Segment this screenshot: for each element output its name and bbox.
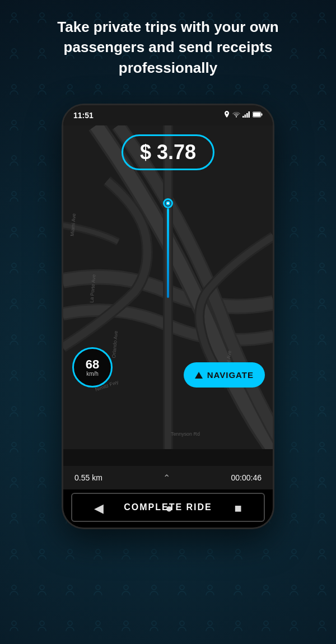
svg-point-84 — [12, 263, 16, 268]
svg-point-108 — [12, 335, 16, 339]
bg-person-icon — [308, 322, 336, 358]
bg-person-icon — [280, 608, 308, 644]
svg-point-49 — [40, 156, 44, 160]
svg-point-96 — [12, 299, 16, 304]
complete-ride-button[interactable]: COMPLETE RIDE — [71, 493, 265, 522]
bg-person-icon — [224, 572, 252, 608]
svg-point-131 — [320, 371, 324, 375]
bg-person-icon — [0, 250, 28, 286]
svg-point-25 — [40, 85, 44, 89]
svg-point-47 — [320, 120, 324, 125]
route-line — [167, 208, 169, 298]
bg-person-icon — [224, 608, 252, 644]
svg-point-184 — [124, 549, 128, 554]
svg-point-60 — [12, 192, 16, 196]
bg-person-icon — [0, 108, 28, 143]
bg-person-icon — [280, 250, 308, 286]
bg-person-icon — [280, 214, 308, 250]
svg-point-207 — [96, 621, 100, 626]
bg-person-icon — [280, 286, 308, 322]
svg-point-36 — [12, 120, 16, 125]
svg-point-206 — [68, 621, 72, 626]
bg-person-icon — [0, 536, 28, 572]
phone-frame: 11:51 — [62, 104, 274, 529]
svg-point-61 — [40, 192, 44, 196]
bg-person-icon — [280, 394, 308, 430]
svg-point-196 — [124, 585, 128, 590]
bg-person-icon — [0, 465, 28, 501]
map-area: Miami Ave La Porte Ave Orlando Ave Nimit… — [63, 125, 273, 449]
bg-person-icon — [280, 108, 308, 143]
svg-point-202 — [292, 585, 296, 590]
svg-point-166 — [292, 478, 296, 482]
svg-point-24 — [12, 85, 16, 89]
svg-point-32 — [236, 85, 240, 89]
svg-point-133 — [40, 407, 44, 411]
bg-person-icon — [0, 214, 28, 250]
svg-point-167 — [320, 478, 324, 482]
svg-rect-216 — [242, 116, 244, 118]
speed-value: 68 — [86, 358, 99, 371]
bg-person-icon — [308, 501, 336, 536]
bg-person-icon — [28, 501, 56, 536]
bg-person-icon — [308, 394, 336, 430]
bg-person-icon — [280, 179, 308, 214]
bg-person-icon — [0, 572, 28, 608]
bg-person-icon — [0, 286, 28, 322]
svg-point-203 — [320, 585, 324, 590]
svg-point-95 — [320, 263, 324, 268]
svg-point-119 — [320, 335, 324, 339]
bg-person-icon — [308, 358, 336, 394]
status-time: 11:51 — [73, 111, 94, 120]
svg-point-107 — [320, 299, 324, 304]
svg-point-109 — [40, 335, 44, 339]
navigate-button[interactable]: NAVIGATE — [184, 362, 265, 388]
svg-point-71 — [320, 192, 324, 196]
svg-point-106 — [292, 299, 296, 304]
svg-point-211 — [208, 621, 212, 626]
bg-person-icon — [168, 608, 196, 644]
svg-point-34 — [292, 85, 296, 89]
svg-point-204 — [12, 621, 16, 626]
svg-point-142 — [292, 407, 296, 411]
bg-person-icon — [308, 250, 336, 286]
bg-person-icon — [28, 322, 56, 358]
location-pin — [163, 198, 173, 208]
bg-person-icon — [56, 608, 84, 644]
svg-point-186 — [180, 549, 184, 554]
bg-person-icon — [112, 608, 140, 644]
svg-point-83 — [320, 227, 324, 232]
bg-person-icon — [308, 430, 336, 465]
info-bar: 0.55 km ⌃ 00:00:46 — [63, 466, 273, 489]
svg-point-29 — [152, 85, 156, 89]
svg-point-180 — [12, 549, 16, 554]
bg-person-icon — [308, 286, 336, 322]
status-bar: 11:51 — [63, 105, 273, 125]
speed-badge: 68 km/h — [72, 347, 113, 388]
bg-person-icon — [28, 394, 56, 430]
chevron-up-icon[interactable]: ⌃ — [163, 473, 170, 483]
svg-point-182 — [68, 549, 72, 554]
bg-person-icon — [28, 214, 56, 250]
bg-person-icon — [28, 250, 56, 286]
svg-point-143 — [320, 407, 324, 411]
bg-person-icon — [140, 572, 168, 608]
svg-point-157 — [40, 478, 44, 482]
bg-person-icon — [308, 536, 336, 572]
bg-person-icon — [0, 501, 28, 536]
status-icons — [223, 111, 263, 120]
bg-person-icon — [280, 465, 308, 501]
price-badge: $ 3.78 — [122, 134, 214, 170]
svg-point-194 — [68, 585, 72, 590]
price-text: $ 3.78 — [140, 141, 196, 164]
bg-person-icon — [28, 108, 56, 143]
bg-person-icon — [28, 572, 56, 608]
bg-person-icon — [56, 572, 84, 608]
svg-point-193 — [40, 585, 44, 590]
svg-point-209 — [152, 621, 156, 626]
svg-point-213 — [264, 621, 268, 626]
bg-person-icon — [28, 465, 56, 501]
bg-person-icon — [0, 430, 28, 465]
svg-point-59 — [320, 156, 324, 160]
svg-text:Tennyson Rd: Tennyson Rd — [171, 431, 200, 437]
